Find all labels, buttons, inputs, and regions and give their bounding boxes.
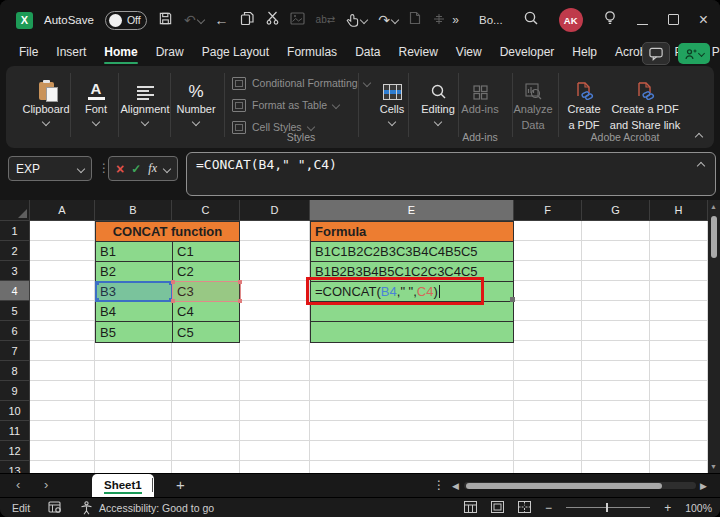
tab-file[interactable]: File (10, 41, 47, 65)
row-header-3[interactable]: 3 (0, 261, 30, 281)
prev-sheet-button[interactable]: ‹ (16, 478, 20, 491)
tab-review[interactable]: Review (389, 41, 446, 65)
add-sheet-button[interactable]: + (176, 476, 185, 493)
cell-e5[interactable] (311, 302, 513, 322)
comments-button[interactable] (642, 42, 670, 65)
column-header-a[interactable]: A (30, 200, 95, 221)
scroll-right-icon[interactable]: ▶ (700, 481, 707, 491)
row-header-5[interactable]: 5 (0, 301, 30, 321)
freeze-panes-button[interactable] (432, 11, 446, 29)
cell-b6[interactable]: B5 (96, 322, 173, 342)
page-layout-view-button[interactable] (491, 501, 504, 515)
scroll-down-icon[interactable]: ▼ (710, 463, 717, 470)
row-header-2[interactable]: 2 (0, 241, 30, 261)
formula-input[interactable]: =CONCAT(B4," ",C4) (186, 152, 716, 196)
normal-view-button[interactable] (464, 501, 477, 515)
row-header-7[interactable]: 7 (0, 341, 30, 361)
tab-draw[interactable]: Draw (147, 41, 193, 65)
zoom-slider[interactable] (566, 507, 650, 509)
cell-c3[interactable]: C2 (173, 262, 239, 282)
clipboard-group-button[interactable]: Clipboard (19, 74, 73, 125)
column-header-h[interactable]: H (650, 200, 708, 221)
addins-button[interactable]: Add-ins (454, 74, 506, 116)
column-header-b[interactable]: B (95, 200, 172, 221)
sheet-options-icon[interactable]: ⋮ (433, 478, 445, 492)
insert-function-button[interactable]: fx (148, 161, 157, 176)
tab-page-layout[interactable]: Page Layout (193, 41, 278, 65)
replace-button[interactable]: ab⇄ (316, 15, 336, 25)
row-header-9[interactable]: 9 (0, 381, 30, 401)
cell-c2[interactable]: C1 (173, 242, 239, 262)
zoom-in-button[interactable]: + (664, 501, 671, 515)
row-header-4[interactable]: 4 (0, 281, 30, 301)
font-group-button[interactable]: A Font (74, 74, 118, 125)
paste-button[interactable] (290, 11, 305, 29)
column-header-d[interactable]: D (240, 200, 310, 221)
maximize-button[interactable] (668, 11, 679, 29)
cell-c5[interactable]: C4 (173, 302, 239, 322)
select-all-corner[interactable] (0, 200, 30, 221)
share-button[interactable] (678, 43, 710, 64)
zoom-out-button[interactable]: − (545, 501, 552, 515)
tab-home[interactable]: Home (95, 41, 146, 65)
row-header-10[interactable]: 10 (0, 401, 30, 421)
vertical-scrollbar[interactable]: ▲ ▼ (708, 200, 720, 473)
next-sheet-button[interactable]: › (44, 478, 48, 491)
tab-view[interactable]: View (447, 41, 491, 65)
row-header-6[interactable]: 6 (0, 321, 30, 341)
cut-button[interactable] (266, 11, 279, 29)
zoom-slider-thumb[interactable] (606, 503, 608, 512)
vertical-scroll-thumb[interactable] (711, 216, 717, 258)
copy-button[interactable] (240, 11, 255, 30)
format-as-table-button[interactable]: Format as Table (232, 94, 370, 116)
cell-b2[interactable]: B1 (96, 242, 173, 262)
row-header-12[interactable]: 12 (0, 441, 30, 461)
cell-e1[interactable]: Formula (311, 222, 513, 242)
tab-developer[interactable]: Developer (491, 41, 564, 65)
undo-button[interactable]: ↶ (184, 13, 204, 27)
collapse-ribbon-button[interactable] (695, 133, 703, 141)
tab-formulas[interactable]: Formulas (278, 41, 346, 65)
collapse-formula-bar-button[interactable] (697, 162, 705, 170)
column-header-f[interactable]: F (514, 200, 582, 221)
autosave-toggle[interactable]: Off (105, 11, 147, 30)
tips-button[interactable] (603, 10, 617, 30)
cell-b5[interactable]: B4 (96, 302, 173, 322)
column-header-c[interactable]: C (172, 200, 240, 221)
zoom-level[interactable]: 100% (685, 502, 712, 514)
name-box[interactable]: EXP (8, 156, 92, 181)
scroll-up-icon[interactable]: ▲ (710, 203, 717, 210)
cancel-button[interactable]: × (116, 162, 124, 176)
macro-record-button[interactable] (48, 501, 62, 515)
search-button[interactable] (523, 10, 539, 30)
row-header-8[interactable]: 8 (0, 361, 30, 381)
cell-e6[interactable] (311, 322, 513, 342)
analyze-data-button[interactable]: Analyze Data (507, 74, 559, 131)
tab-insert[interactable]: Insert (47, 41, 95, 65)
cell-b1-merged[interactable]: CONCAT function (96, 222, 239, 242)
tab-help[interactable]: Help (563, 41, 606, 65)
horizontal-scrollbar[interactable] (464, 482, 696, 489)
conditional-formatting-button[interactable]: Conditional Formatting (232, 72, 370, 94)
cell-e2[interactable]: B1C1B2C2B3C3B4C4B5C5 (311, 242, 513, 262)
column-header-e[interactable]: E (310, 200, 514, 221)
more-commands-button[interactable]: » (452, 14, 459, 26)
cell-b3[interactable]: B2 (96, 262, 173, 282)
alignment-group-button[interactable]: Alignment (114, 74, 176, 125)
create-pdf-share-button[interactable]: Create a PDF and Share link (602, 74, 688, 131)
touch-mouse-mode-button[interactable] (346, 13, 367, 28)
page-break-view-button[interactable] (518, 501, 531, 515)
account-avatar[interactable]: AK (559, 8, 583, 32)
sheet-tab-sheet1[interactable]: Sheet1 (92, 474, 154, 497)
back-button[interactable]: ← (215, 13, 229, 27)
new-file-button[interactable] (409, 11, 421, 29)
row-header-1[interactable]: 1 (0, 221, 30, 241)
enter-button[interactable]: ✓ (131, 163, 141, 175)
row-header-13[interactable]: 13 (0, 461, 30, 473)
horizontal-scroll-thumb[interactable] (466, 483, 662, 489)
minimize-button[interactable] (637, 11, 648, 29)
row-header-11[interactable]: 11 (0, 421, 30, 441)
tab-data[interactable]: Data (346, 41, 389, 65)
scroll-left-icon[interactable]: ◀ (452, 481, 459, 491)
accessibility-status[interactable]: Accessibility: Good to go (80, 501, 214, 515)
